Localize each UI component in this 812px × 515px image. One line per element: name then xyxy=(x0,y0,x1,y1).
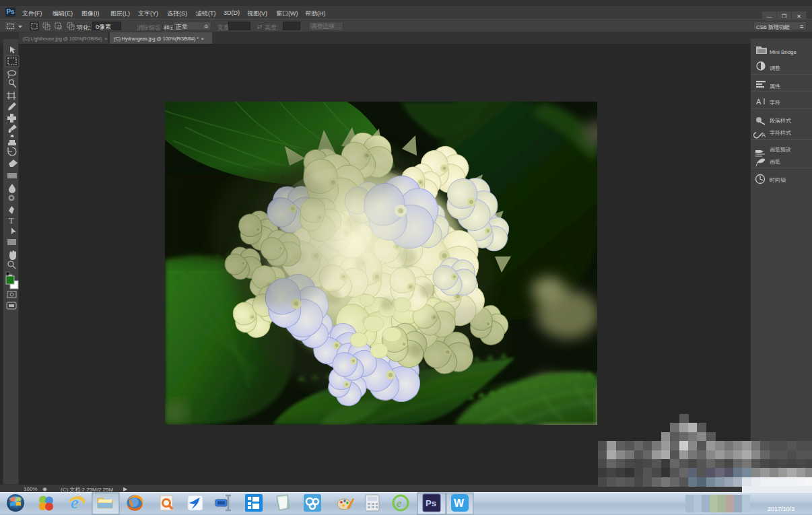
svg-text:W: W xyxy=(454,497,465,509)
svg-text:Ps: Ps xyxy=(426,498,436,508)
svg-text:e: e xyxy=(397,497,401,509)
svg-text:2017/10/3: 2017/10/3 xyxy=(768,506,794,512)
svg-text:e: e xyxy=(71,493,79,512)
svg-text:T: T xyxy=(9,216,14,226)
